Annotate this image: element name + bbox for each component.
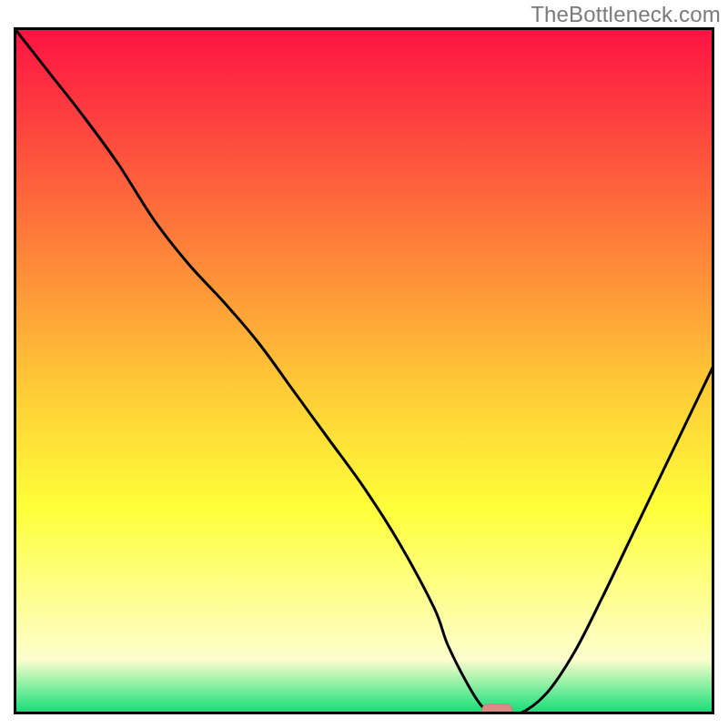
gradient-background <box>14 27 714 714</box>
plot-area <box>14 27 714 714</box>
chart-container: TheBottleneck.com <box>0 0 728 728</box>
bottleneck-chart <box>14 27 714 714</box>
watermark-text: TheBottleneck.com <box>531 2 721 27</box>
